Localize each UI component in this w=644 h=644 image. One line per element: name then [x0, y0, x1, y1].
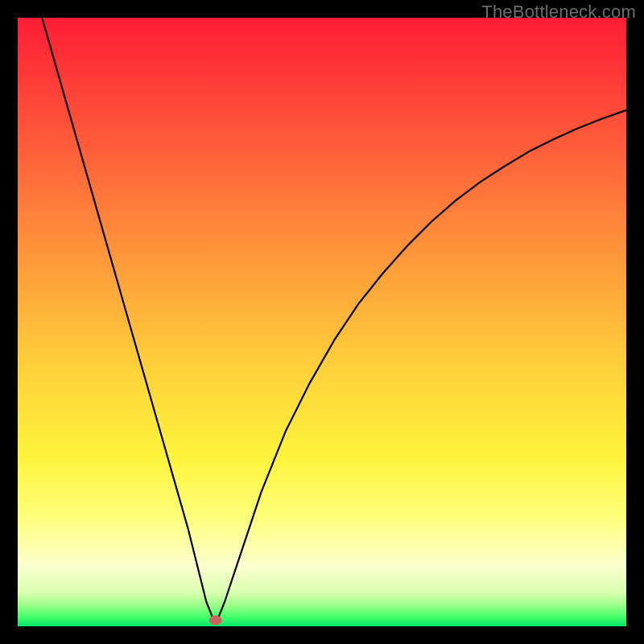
chart-container: TheBottleneck.com — [0, 0, 644, 644]
watermark-text: TheBottleneck.com — [481, 2, 636, 23]
plot-svg — [18, 18, 626, 626]
gradient-background — [18, 18, 626, 626]
minimum-marker — [209, 615, 222, 625]
plot-area — [18, 18, 626, 626]
